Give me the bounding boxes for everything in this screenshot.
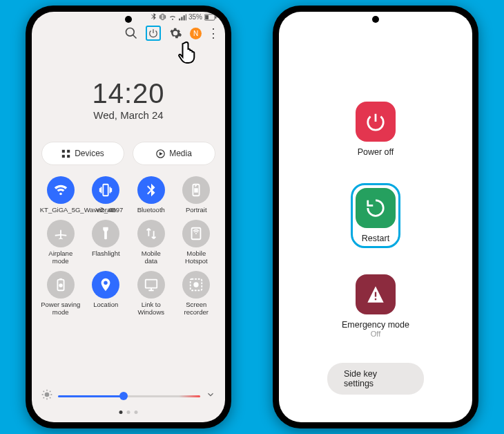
- qs-label: Link to Windows: [137, 301, 164, 317]
- notification-badge[interactable]: N: [190, 28, 202, 39]
- bluetooth-status-icon: [151, 13, 157, 21]
- brightness-slider[interactable]: [58, 395, 200, 397]
- emergency-icon: [356, 274, 396, 314]
- qs-toggle-bluetooth[interactable]: Bluetooth: [129, 176, 173, 214]
- svg-rect-5: [67, 149, 70, 152]
- hand-cursor-graphic: [177, 38, 204, 68]
- restart-label: Restart: [362, 234, 389, 243]
- media-button[interactable]: Media: [133, 142, 215, 165]
- qs-toggle-airplane[interactable]: Airplane mode: [39, 220, 83, 265]
- vibrate-status-icon: [159, 13, 166, 21]
- pill-row: Devices Media: [32, 142, 225, 165]
- phone-frame-left: 35% N ⋮ 14:20 Wed, March 24: [26, 6, 231, 428]
- wifi-icon: [47, 176, 75, 204]
- media-label: Media: [169, 149, 192, 158]
- quick-settings-screen: 35% N ⋮ 14:20 Wed, March 24: [32, 12, 225, 422]
- qs-toggle-screenrec[interactable]: Screen recorder: [175, 271, 219, 317]
- qs-label: Airplane mode: [48, 250, 72, 265]
- devices-label: Devices: [75, 149, 104, 158]
- svg-point-3: [126, 28, 135, 37]
- restart-highlight: Restart: [351, 183, 400, 248]
- search-icon[interactable]: [124, 26, 139, 41]
- qs-label: Screen recorder: [184, 301, 209, 317]
- flashlight-icon: [92, 220, 119, 247]
- qs-toggle-hotspot[interactable]: Mobile Hotspot: [175, 220, 219, 265]
- chevron-down-icon[interactable]: [206, 390, 215, 402]
- power-off-icon: [356, 102, 396, 142]
- camera-punch-hole: [372, 16, 379, 23]
- qs-toggle-wifi[interactable]: KT_GiGA_5G_Wave2_4B97: [39, 176, 83, 214]
- qs-label: Portrait: [186, 207, 207, 214]
- screen-recorder-icon: [182, 271, 210, 299]
- clock-block: 14:20 Wed, March 24: [32, 78, 225, 121]
- svg-rect-4: [62, 149, 65, 152]
- wifi-status-icon: [168, 14, 177, 21]
- more-icon[interactable]: ⋮: [209, 26, 218, 41]
- qs-label: Mobile Hotspot: [185, 250, 208, 265]
- power-off-label: Power off: [358, 147, 394, 157]
- bluetooth-icon: [137, 176, 165, 204]
- brightness-icon: [41, 389, 52, 403]
- emergency-state: Off: [371, 330, 380, 338]
- qs-toggle-powersave[interactable]: Power saving mode: [39, 271, 83, 317]
- svg-point-14: [59, 283, 63, 287]
- vibrate-icon: [92, 176, 119, 204]
- qs-label: Location: [93, 301, 118, 309]
- emergency-label: Emergency mode: [342, 320, 409, 330]
- svg-rect-7: [67, 155, 70, 158]
- signal-status-icon: [179, 14, 186, 21]
- hotspot-icon: [182, 220, 210, 247]
- qs-label: Bluetooth: [137, 207, 165, 214]
- brightness-row: [41, 389, 215, 403]
- power-off-button[interactable]: Power off: [356, 102, 396, 157]
- svg-point-18: [45, 393, 50, 397]
- side-key-settings-button[interactable]: Side key settings: [327, 363, 424, 395]
- svg-rect-6: [62, 155, 65, 158]
- svg-point-17: [194, 282, 199, 287]
- power-menu-screen: Power off Restart Emergency mode Off Sid…: [279, 12, 472, 422]
- svg-rect-1: [215, 16, 217, 19]
- page-indicator: [119, 411, 138, 414]
- qs-toggle-vibrate[interactable]: Vibrate: [84, 176, 128, 214]
- devices-button[interactable]: Devices: [41, 142, 124, 165]
- battery-status-icon: [204, 14, 217, 21]
- status-bar: 35%: [151, 13, 217, 21]
- portrait-lock-icon: [182, 176, 210, 204]
- airplane-icon: [47, 220, 75, 247]
- power-save-icon: [47, 271, 75, 299]
- svg-point-11: [195, 233, 197, 234]
- camera-punch-hole: [125, 16, 132, 23]
- power-menu: Power off Restart Emergency mode Off: [279, 102, 472, 338]
- svg-rect-13: [59, 279, 62, 280]
- link-windows-icon: [137, 271, 165, 299]
- qs-label: KT_GiGA_5G_Wave2_4B97: [40, 207, 81, 214]
- qs-label: Power saving mode: [41, 301, 80, 317]
- quick-settings-grid: KT_GiGA_5G_Wave2_4B97VibrateBluetoothPor…: [32, 176, 225, 317]
- clock-time: 14:20: [32, 78, 225, 109]
- location-icon: [92, 271, 119, 299]
- mobile-data-icon: [137, 220, 165, 247]
- battery-text: 35%: [188, 13, 202, 21]
- qs-label: Mobile data: [142, 250, 161, 265]
- qs-label: Vibrate: [95, 207, 116, 214]
- phone-frame-right: Power off Restart Emergency mode Off Sid…: [273, 6, 478, 428]
- restart-button[interactable]: Restart: [356, 188, 396, 243]
- qs-toggle-linkwin[interactable]: Link to Windows: [129, 271, 173, 317]
- qs-label: Flashlight: [92, 250, 120, 258]
- power-icon[interactable]: [146, 26, 161, 41]
- restart-icon: [356, 188, 396, 228]
- emergency-mode-button[interactable]: Emergency mode Off: [342, 274, 409, 338]
- qs-toggle-location[interactable]: Location: [84, 271, 128, 317]
- qs-toggle-mobiledata[interactable]: Mobile data: [129, 220, 173, 265]
- qs-toggle-flashlight[interactable]: Flashlight: [84, 220, 128, 265]
- brightness-thumb[interactable]: [119, 392, 128, 400]
- svg-rect-15: [146, 279, 157, 287]
- svg-rect-2: [205, 15, 209, 19]
- qs-toggle-portrait[interactable]: Portrait: [175, 176, 219, 214]
- clock-date: Wed, March 24: [32, 109, 225, 121]
